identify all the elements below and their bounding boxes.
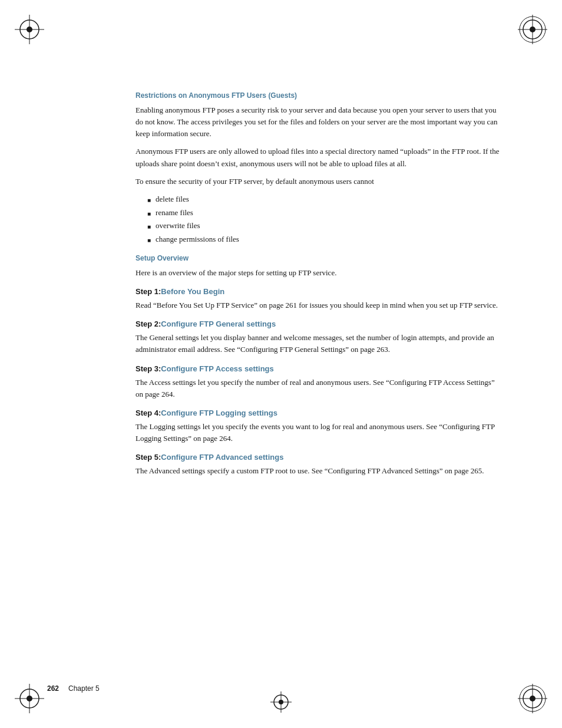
corner-mark-tr [515,12,550,47]
setup-overview-heading: Setup Overview [135,254,503,262]
list-item: ■ change permissions of files [147,233,503,246]
step2-body: The General settings let you display ban… [135,332,503,355]
bullet-text: delete files [156,193,189,206]
step3-heading: Step 3: Configure FTP Access settings [135,364,503,373]
step3-title: Configure FTP Access settings [161,364,273,373]
list-item: ■ overwrite files [147,220,503,232]
svg-point-21 [279,700,283,704]
bullet-list: ■ delete files ■ rename files ■ overwrit… [147,193,503,246]
footer: 262 Chapter 5 [47,684,515,693]
list-item: ■ rename files [147,207,503,219]
center-bottom-mark [269,690,293,716]
restrictions-heading: Restrictions on Anonymous FTP Users (Gue… [135,91,503,100]
chapter-label: Chapter 5 [68,684,100,693]
svg-point-3 [27,27,32,32]
step2-heading: Step 2: Configure FTP General settings [135,319,503,328]
corner-mark-bl [12,681,47,716]
setup-intro: Here is an overview of the major steps f… [135,267,503,279]
page: Restrictions on Anonymous FTP Users (Gue… [0,0,562,728]
step2-title: Configure FTP General settings [161,319,276,328]
step5-label: Step 5: [135,453,161,462]
bullet-text: change permissions of files [156,233,239,246]
bullet-icon: ■ [147,236,151,245]
bullet-text: rename files [156,207,193,219]
step4-heading: Step 4: Configure FTP Logging settings [135,409,503,417]
step1-label: Step 1: [135,287,161,296]
restrictions-para2: Anonymous FTP users are only allowed to … [135,146,503,169]
step4-label: Step 4: [135,409,161,417]
step4-title: Configure FTP Logging settings [161,409,277,417]
step5-heading: Step 5: Configure FTP Advanced settings [135,453,503,462]
step5-body: The Advanced settings specify a custom F… [135,465,503,477]
svg-point-12 [27,696,32,701]
svg-point-7 [530,27,535,32]
step4-body: The Logging settings let you specify the… [135,421,503,444]
step3-label: Step 3: [135,364,161,373]
restrictions-para3: To ensure the security of your FTP serve… [135,176,503,187]
step3-body: The Access settings let you specify the … [135,377,503,400]
step1-title: Before You Begin [161,287,224,296]
restrictions-para1: Enabling anonymous FTP poses a security … [135,104,503,140]
corner-mark-br [515,681,550,716]
bullet-text: overwrite files [156,220,200,232]
step1-heading: Step 1: Before You Begin [135,287,503,296]
step2-label: Step 2: [135,319,161,328]
corner-mark-tl [12,12,47,47]
bullet-icon: ■ [147,209,151,219]
step5-title: Configure FTP Advanced settings [161,453,283,462]
page-number: 262 [47,684,59,693]
step1-body: Read “Before You Set Up FTP Service” on … [135,299,503,311]
bullet-icon: ■ [147,222,151,232]
svg-point-16 [530,696,535,701]
list-item: ■ delete files [147,193,503,206]
main-content: Restrictions on Anonymous FTP Users (Gue… [135,91,503,663]
bullet-icon: ■ [147,196,151,205]
